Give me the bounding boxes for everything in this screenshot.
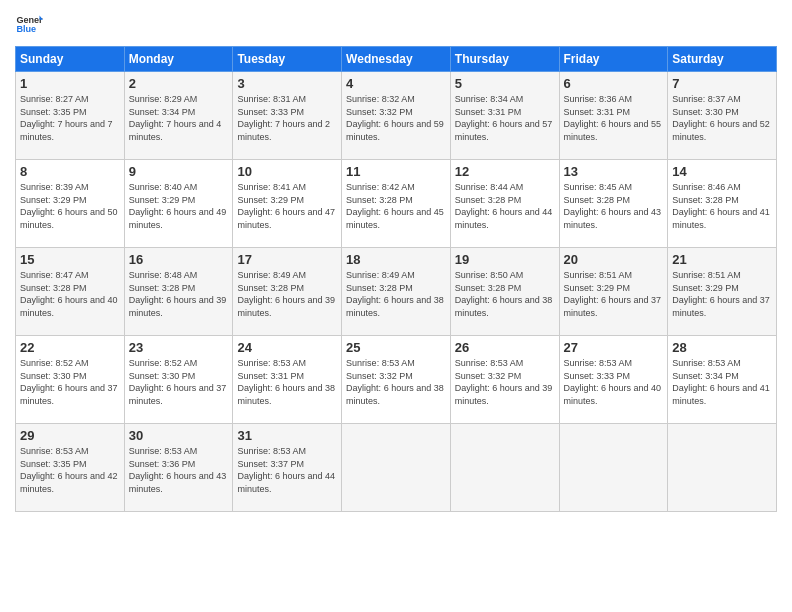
day-info: Sunrise: 8:36 AMSunset: 3:31 PMDaylight:… bbox=[564, 93, 664, 143]
calendar-cell: 20Sunrise: 8:51 AMSunset: 3:29 PMDayligh… bbox=[559, 248, 668, 336]
day-info: Sunrise: 8:34 AMSunset: 3:31 PMDaylight:… bbox=[455, 93, 555, 143]
day-number: 10 bbox=[237, 164, 337, 179]
day-number: 1 bbox=[20, 76, 120, 91]
calendar-cell bbox=[559, 424, 668, 512]
calendar-cell: 8Sunrise: 8:39 AMSunset: 3:29 PMDaylight… bbox=[16, 160, 125, 248]
day-info: Sunrise: 8:53 AMSunset: 3:32 PMDaylight:… bbox=[455, 357, 555, 407]
calendar-cell: 10Sunrise: 8:41 AMSunset: 3:29 PMDayligh… bbox=[233, 160, 342, 248]
col-header-tuesday: Tuesday bbox=[233, 47, 342, 72]
day-number: 12 bbox=[455, 164, 555, 179]
calendar-cell: 1Sunrise: 8:27 AMSunset: 3:35 PMDaylight… bbox=[16, 72, 125, 160]
day-number: 15 bbox=[20, 252, 120, 267]
day-number: 2 bbox=[129, 76, 229, 91]
day-info: Sunrise: 8:53 AMSunset: 3:35 PMDaylight:… bbox=[20, 445, 120, 495]
day-number: 17 bbox=[237, 252, 337, 267]
svg-text:General: General bbox=[16, 15, 43, 25]
day-info: Sunrise: 8:40 AMSunset: 3:29 PMDaylight:… bbox=[129, 181, 229, 231]
calendar-cell: 6Sunrise: 8:36 AMSunset: 3:31 PMDaylight… bbox=[559, 72, 668, 160]
calendar-cell: 16Sunrise: 8:48 AMSunset: 3:28 PMDayligh… bbox=[124, 248, 233, 336]
day-number: 24 bbox=[237, 340, 337, 355]
page-container: General Blue SundayMondayTuesdayWednesda… bbox=[0, 0, 792, 522]
day-number: 4 bbox=[346, 76, 446, 91]
day-info: Sunrise: 8:31 AMSunset: 3:33 PMDaylight:… bbox=[237, 93, 337, 143]
calendar-cell bbox=[342, 424, 451, 512]
day-info: Sunrise: 8:50 AMSunset: 3:28 PMDaylight:… bbox=[455, 269, 555, 319]
calendar-cell: 25Sunrise: 8:53 AMSunset: 3:32 PMDayligh… bbox=[342, 336, 451, 424]
day-info: Sunrise: 8:27 AMSunset: 3:35 PMDaylight:… bbox=[20, 93, 120, 143]
calendar-cell: 13Sunrise: 8:45 AMSunset: 3:28 PMDayligh… bbox=[559, 160, 668, 248]
calendar-cell bbox=[668, 424, 777, 512]
calendar-cell: 26Sunrise: 8:53 AMSunset: 3:32 PMDayligh… bbox=[450, 336, 559, 424]
calendar-cell: 24Sunrise: 8:53 AMSunset: 3:31 PMDayligh… bbox=[233, 336, 342, 424]
calendar-table: SundayMondayTuesdayWednesdayThursdayFrid… bbox=[15, 46, 777, 512]
calendar-cell: 4Sunrise: 8:32 AMSunset: 3:32 PMDaylight… bbox=[342, 72, 451, 160]
day-number: 19 bbox=[455, 252, 555, 267]
day-info: Sunrise: 8:52 AMSunset: 3:30 PMDaylight:… bbox=[20, 357, 120, 407]
calendar-cell: 18Sunrise: 8:49 AMSunset: 3:28 PMDayligh… bbox=[342, 248, 451, 336]
calendar-cell: 7Sunrise: 8:37 AMSunset: 3:30 PMDaylight… bbox=[668, 72, 777, 160]
day-info: Sunrise: 8:49 AMSunset: 3:28 PMDaylight:… bbox=[237, 269, 337, 319]
col-header-sunday: Sunday bbox=[16, 47, 125, 72]
day-number: 18 bbox=[346, 252, 446, 267]
day-number: 26 bbox=[455, 340, 555, 355]
day-number: 29 bbox=[20, 428, 120, 443]
day-info: Sunrise: 8:53 AMSunset: 3:33 PMDaylight:… bbox=[564, 357, 664, 407]
day-info: Sunrise: 8:53 AMSunset: 3:31 PMDaylight:… bbox=[237, 357, 337, 407]
day-number: 25 bbox=[346, 340, 446, 355]
col-header-saturday: Saturday bbox=[668, 47, 777, 72]
calendar-cell: 27Sunrise: 8:53 AMSunset: 3:33 PMDayligh… bbox=[559, 336, 668, 424]
day-number: 31 bbox=[237, 428, 337, 443]
day-info: Sunrise: 8:45 AMSunset: 3:28 PMDaylight:… bbox=[564, 181, 664, 231]
calendar-cell: 11Sunrise: 8:42 AMSunset: 3:28 PMDayligh… bbox=[342, 160, 451, 248]
day-number: 21 bbox=[672, 252, 772, 267]
col-header-friday: Friday bbox=[559, 47, 668, 72]
day-number: 14 bbox=[672, 164, 772, 179]
day-info: Sunrise: 8:53 AMSunset: 3:37 PMDaylight:… bbox=[237, 445, 337, 495]
calendar-cell: 17Sunrise: 8:49 AMSunset: 3:28 PMDayligh… bbox=[233, 248, 342, 336]
day-number: 23 bbox=[129, 340, 229, 355]
calendar-cell: 12Sunrise: 8:44 AMSunset: 3:28 PMDayligh… bbox=[450, 160, 559, 248]
logo-icon: General Blue bbox=[15, 10, 43, 38]
col-header-monday: Monday bbox=[124, 47, 233, 72]
calendar-cell: 28Sunrise: 8:53 AMSunset: 3:34 PMDayligh… bbox=[668, 336, 777, 424]
day-number: 22 bbox=[20, 340, 120, 355]
calendar-cell: 30Sunrise: 8:53 AMSunset: 3:36 PMDayligh… bbox=[124, 424, 233, 512]
col-header-thursday: Thursday bbox=[450, 47, 559, 72]
day-info: Sunrise: 8:53 AMSunset: 3:36 PMDaylight:… bbox=[129, 445, 229, 495]
calendar-cell: 5Sunrise: 8:34 AMSunset: 3:31 PMDaylight… bbox=[450, 72, 559, 160]
day-number: 8 bbox=[20, 164, 120, 179]
calendar-cell: 21Sunrise: 8:51 AMSunset: 3:29 PMDayligh… bbox=[668, 248, 777, 336]
day-number: 9 bbox=[129, 164, 229, 179]
calendar-cell: 29Sunrise: 8:53 AMSunset: 3:35 PMDayligh… bbox=[16, 424, 125, 512]
day-info: Sunrise: 8:42 AMSunset: 3:28 PMDaylight:… bbox=[346, 181, 446, 231]
day-number: 6 bbox=[564, 76, 664, 91]
col-header-wednesday: Wednesday bbox=[342, 47, 451, 72]
calendar-cell: 23Sunrise: 8:52 AMSunset: 3:30 PMDayligh… bbox=[124, 336, 233, 424]
day-info: Sunrise: 8:53 AMSunset: 3:32 PMDaylight:… bbox=[346, 357, 446, 407]
day-number: 16 bbox=[129, 252, 229, 267]
calendar-cell: 14Sunrise: 8:46 AMSunset: 3:28 PMDayligh… bbox=[668, 160, 777, 248]
day-info: Sunrise: 8:51 AMSunset: 3:29 PMDaylight:… bbox=[672, 269, 772, 319]
day-info: Sunrise: 8:49 AMSunset: 3:28 PMDaylight:… bbox=[346, 269, 446, 319]
calendar-cell: 3Sunrise: 8:31 AMSunset: 3:33 PMDaylight… bbox=[233, 72, 342, 160]
day-number: 28 bbox=[672, 340, 772, 355]
calendar-cell: 9Sunrise: 8:40 AMSunset: 3:29 PMDaylight… bbox=[124, 160, 233, 248]
day-number: 20 bbox=[564, 252, 664, 267]
day-number: 13 bbox=[564, 164, 664, 179]
day-info: Sunrise: 8:51 AMSunset: 3:29 PMDaylight:… bbox=[564, 269, 664, 319]
calendar-cell: 22Sunrise: 8:52 AMSunset: 3:30 PMDayligh… bbox=[16, 336, 125, 424]
day-info: Sunrise: 8:46 AMSunset: 3:28 PMDaylight:… bbox=[672, 181, 772, 231]
day-info: Sunrise: 8:48 AMSunset: 3:28 PMDaylight:… bbox=[129, 269, 229, 319]
header: General Blue bbox=[15, 10, 777, 38]
logo: General Blue bbox=[15, 10, 43, 38]
day-info: Sunrise: 8:47 AMSunset: 3:28 PMDaylight:… bbox=[20, 269, 120, 319]
day-info: Sunrise: 8:39 AMSunset: 3:29 PMDaylight:… bbox=[20, 181, 120, 231]
day-info: Sunrise: 8:32 AMSunset: 3:32 PMDaylight:… bbox=[346, 93, 446, 143]
calendar-cell: 15Sunrise: 8:47 AMSunset: 3:28 PMDayligh… bbox=[16, 248, 125, 336]
day-info: Sunrise: 8:41 AMSunset: 3:29 PMDaylight:… bbox=[237, 181, 337, 231]
day-number: 27 bbox=[564, 340, 664, 355]
day-info: Sunrise: 8:52 AMSunset: 3:30 PMDaylight:… bbox=[129, 357, 229, 407]
day-info: Sunrise: 8:29 AMSunset: 3:34 PMDaylight:… bbox=[129, 93, 229, 143]
day-number: 7 bbox=[672, 76, 772, 91]
day-info: Sunrise: 8:53 AMSunset: 3:34 PMDaylight:… bbox=[672, 357, 772, 407]
